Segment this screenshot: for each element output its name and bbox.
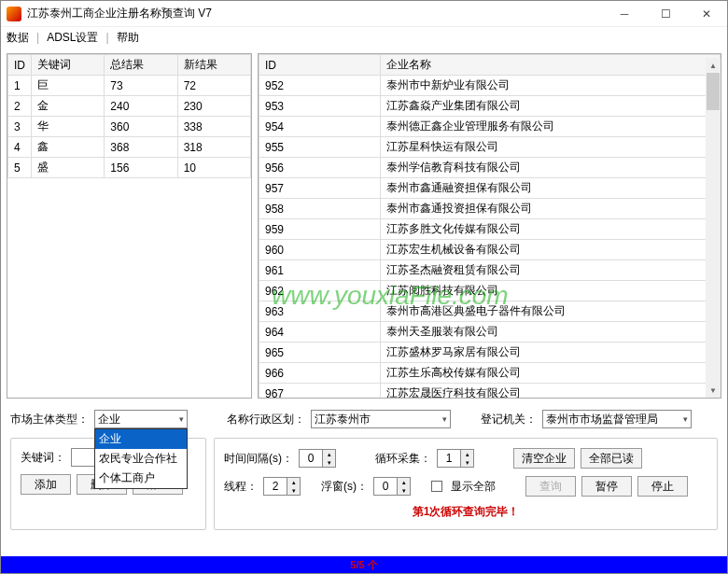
table-row[interactable]: 962江苏阅胜科技有限公司 — [259, 281, 721, 301]
float-label: 浮窗(s)： — [321, 479, 368, 495]
interval-label: 时间间隔(s)： — [224, 451, 293, 467]
status-bar: 5/5 个 — [1, 556, 727, 573]
showall-checkbox[interactable] — [431, 481, 442, 492]
result-table-panel: ID企业名称 952泰州市中新炉业有限公司953江苏鑫焱产业集团有限公司954泰… — [258, 53, 721, 399]
menu-data[interactable]: 数据 — [7, 30, 29, 46]
table-row[interactable]: 959江苏多胜文化传媒有限公司 — [259, 219, 721, 240]
all-read-button[interactable]: 全部已读 — [581, 448, 642, 469]
thread-spinner[interactable]: ▴▾ — [263, 477, 301, 496]
table-header[interactable]: ID — [259, 55, 381, 76]
region-label: 名称行政区划： — [227, 412, 305, 427]
menu-bar: 数据 | ADSL设置 | 帮助 — [1, 27, 727, 48]
menu-adsl[interactable]: ADSL设置 — [47, 30, 98, 46]
table-row[interactable]: 956泰州学信教育科技有限公司 — [259, 158, 721, 178]
table-header[interactable]: ID — [8, 55, 32, 76]
chevron-down-icon: ▾ — [179, 414, 184, 424]
authority-label: 登记机关： — [481, 412, 537, 427]
table-row[interactable]: 953江苏鑫焱产业集团有限公司 — [259, 96, 721, 117]
thread-label: 线程： — [224, 479, 258, 495]
add-button[interactable]: 添加 — [21, 474, 71, 495]
scroll-down-icon[interactable]: ▼ — [706, 383, 721, 398]
interval-spinner[interactable]: ▴▾ — [299, 449, 336, 468]
float-spinner[interactable]: ▴▾ — [373, 477, 411, 496]
table-row[interactable]: 957泰州市鑫通融资担保有限公司 — [259, 178, 721, 199]
stop-button[interactable]: 停止 — [637, 476, 688, 497]
scroll-thumb[interactable] — [707, 73, 720, 110]
table-row[interactable]: 960江苏宏生机械设备有限公司 — [259, 240, 721, 260]
chevron-down-icon: ▾ — [442, 414, 447, 424]
table-row[interactable]: 5盛15610 — [8, 158, 251, 178]
result-table[interactable]: ID企业名称 952泰州市中新炉业有限公司953江苏鑫焱产业集团有限公司954泰… — [259, 54, 721, 399]
showall-label: 显示全部 — [451, 479, 496, 495]
table-row[interactable]: 965江苏盛林罗马家居有限公司 — [259, 343, 721, 363]
table-header[interactable]: 关键词 — [32, 55, 105, 76]
table-header[interactable]: 新结果 — [177, 55, 250, 76]
authority-select[interactable]: 泰州市市场监督管理局▾ — [542, 410, 692, 428]
table-row[interactable]: 967江苏宏晟医疗科技有限公司 — [259, 384, 721, 399]
table-row[interactable]: 3华360338 — [8, 117, 251, 137]
table-row[interactable]: 4鑫368318 — [8, 137, 251, 158]
menu-help[interactable]: 帮助 — [117, 30, 139, 46]
dropdown-option[interactable]: 个体工商户 — [95, 469, 187, 488]
table-row[interactable]: 952泰州市中新炉业有限公司 — [259, 76, 721, 96]
table-row[interactable]: 963泰州市高港区典盛电子器件有限公司 — [259, 301, 721, 322]
window-title: 江苏泰州工商企业注册名称预查询 V7 — [27, 6, 604, 21]
keyword-table-panel: ID关键词总结果新结果 1巨73722金2402303华3603384鑫3683… — [7, 53, 252, 399]
dropdown-option[interactable]: 企业 — [95, 429, 187, 449]
table-row[interactable]: 955江苏星科快运有限公司 — [259, 137, 721, 158]
app-icon — [7, 7, 21, 21]
table-row[interactable]: 954泰州德正鑫企业管理服务有限公司 — [259, 117, 721, 137]
keyword-label: 关键词： — [21, 450, 65, 466]
clear-ent-button[interactable]: 清空企业 — [513, 448, 575, 469]
close-button[interactable]: ✕ — [686, 1, 727, 27]
minimize-button[interactable]: ─ — [604, 1, 645, 27]
table-row[interactable]: 966江苏生乐高校传媒有限公司 — [259, 363, 721, 384]
table-row[interactable]: 964泰州天圣服装有限公司 — [259, 322, 721, 343]
scroll-up-icon[interactable]: ▲ — [706, 58, 721, 73]
table-row[interactable]: 958泰州市鑫通投资担保有限公司 — [259, 199, 721, 219]
table-header[interactable]: 企业名称 — [381, 55, 721, 76]
pause-button[interactable]: 暂停 — [581, 476, 632, 497]
table-row[interactable]: 1巨7372 — [8, 76, 251, 96]
result-scrollbar[interactable]: ▲ ▼ — [706, 73, 721, 398]
region-select[interactable]: 江苏泰州市▾ — [311, 410, 451, 428]
chevron-down-icon: ▾ — [683, 414, 688, 424]
table-row[interactable]: 961江苏圣杰融资租赁有限公司 — [259, 260, 721, 281]
keyword-table[interactable]: ID关键词总结果新结果 1巨73722金2402303华3603384鑫3683… — [7, 54, 251, 178]
query-button[interactable]: 查询 — [525, 476, 576, 497]
entity-type-dropdown: 企业 农民专业合作社 个体工商户 — [94, 428, 188, 489]
entity-type-label: 市场主体类型： — [10, 412, 89, 427]
loop-label: 循环采集： — [375, 451, 431, 467]
maximize-button[interactable]: ☐ — [645, 1, 686, 27]
loop-spinner[interactable]: ▴▾ — [437, 449, 474, 468]
status-message: 第1次循环查询完毕！ — [224, 504, 707, 520]
params-group: 时间间隔(s)： ▴▾ 循环采集： ▴▾ 清空企业 全部已读 线程： ▴▾ 浮窗… — [214, 438, 718, 530]
entity-type-select[interactable]: 企业▾ 企业 农民专业合作社 个体工商户 — [94, 410, 188, 428]
dropdown-option[interactable]: 农民专业合作社 — [95, 449, 187, 469]
table-row[interactable]: 2金240230 — [8, 96, 251, 117]
title-bar: 江苏泰州工商企业注册名称预查询 V7 ─ ☐ ✕ — [1, 1, 727, 27]
table-header[interactable]: 总结果 — [105, 55, 177, 76]
